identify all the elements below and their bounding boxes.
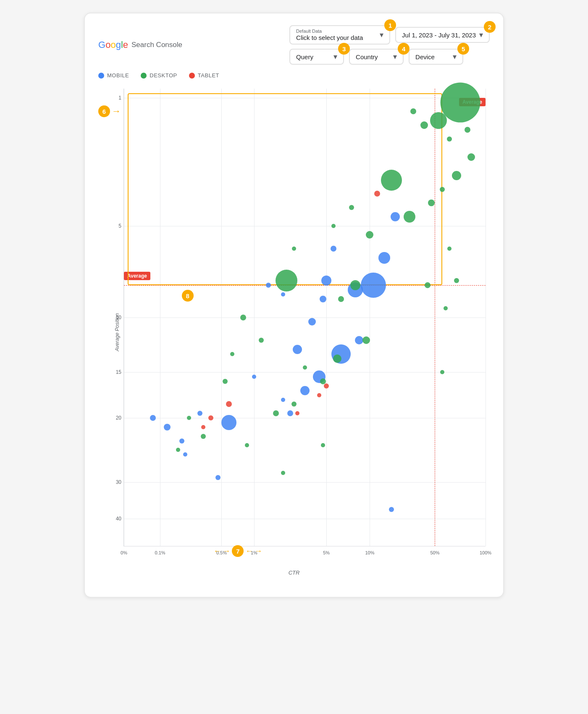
bubble-d28 xyxy=(176,448,180,452)
ytick-20: 20 xyxy=(106,415,121,421)
bubble-m26 xyxy=(389,507,394,512)
ytick-10: 10 xyxy=(106,315,121,320)
bubble-m5 xyxy=(331,246,336,252)
badge-6-arrow: → xyxy=(112,106,121,117)
bubble-d40 xyxy=(292,247,296,251)
bubble-m8 xyxy=(355,336,363,344)
bubble-d10 xyxy=(428,200,435,206)
bubble-d1 xyxy=(440,82,480,122)
bubble-d33 xyxy=(425,282,430,288)
badge-7-area: ← → 7 ← → xyxy=(213,545,262,557)
bubble-d5 xyxy=(447,136,452,142)
chart-container: 6 → Average Position 1 5 10 15 20 30 40 xyxy=(98,84,490,580)
avg-line-vertical xyxy=(435,89,435,546)
bubble-m23 xyxy=(308,318,316,326)
data-dropdown[interactable]: Default Data Click to select your data ▾ xyxy=(289,25,390,45)
gridv-5 xyxy=(326,89,327,546)
legend-desktop: DESKTOP xyxy=(141,72,177,79)
bubble-m22 xyxy=(281,292,285,297)
mobile-dot xyxy=(98,73,104,79)
bubble-d19 xyxy=(362,336,370,344)
bubble-d24 xyxy=(273,410,279,416)
bubble-d9 xyxy=(440,187,445,192)
bubble-d11 xyxy=(381,170,402,191)
bubble-m10 xyxy=(300,386,310,395)
bubble-d18 xyxy=(338,296,344,302)
bubble-t4 xyxy=(208,415,213,420)
badge-4: 4 xyxy=(398,43,410,55)
ytick-30: 30 xyxy=(106,479,121,485)
bubble-d14 xyxy=(349,205,354,210)
ytick-1: 1 xyxy=(106,95,121,101)
badge-1: 1 xyxy=(384,19,396,31)
bubble-t2 xyxy=(324,383,329,388)
bubble-m3 xyxy=(378,252,390,264)
badge-6: 6 xyxy=(98,105,110,117)
bubble-m15 xyxy=(164,424,171,430)
bubble-m6 xyxy=(321,276,331,286)
query-dropdown[interactable]: Query ▾ xyxy=(289,49,344,65)
legend-row: MOBILE DESKTOP TABLET xyxy=(98,72,490,79)
bubble-d13 xyxy=(366,231,373,239)
legend-mobile: MOBILE xyxy=(98,72,129,79)
bubble-d32 xyxy=(223,379,228,384)
data-value: Click to select your data xyxy=(296,34,363,41)
bubble-d35 xyxy=(454,278,459,283)
badge-8: 8 xyxy=(182,290,194,302)
arrow-right2-icon: ← xyxy=(245,547,253,556)
tablet-label: TABLET xyxy=(198,72,219,79)
bubble-m14 xyxy=(197,411,202,416)
device-arrow-icon: ▾ xyxy=(453,52,457,61)
bubble-m4 xyxy=(391,212,400,221)
gridh-10 xyxy=(124,318,486,318)
bubble-d25 xyxy=(245,443,249,447)
device-value: Device xyxy=(415,53,435,60)
data-arrow-icon: ▾ xyxy=(380,30,383,39)
bubble-m1 xyxy=(361,273,386,298)
gridh-5 xyxy=(124,226,486,226)
gridh-30 xyxy=(124,482,486,483)
bubble-d26 xyxy=(201,434,206,439)
date-dropdown[interactable]: Jul 1, 2023 - July 31, 2023 ▾ xyxy=(395,27,490,43)
bubble-d22 xyxy=(303,365,307,370)
country-dropdown[interactable]: Country ▾ xyxy=(349,49,404,65)
bubble-d6 xyxy=(465,127,470,133)
bubble-m21 xyxy=(266,283,271,288)
bubble-d8 xyxy=(452,171,461,180)
bubble-d37 xyxy=(440,370,444,374)
date-arrow-icon: ▾ xyxy=(479,30,483,39)
dropdown-row-1: 1 Default Data Click to select your data… xyxy=(289,25,490,45)
bubble-d4 xyxy=(420,121,428,129)
gridh-1 xyxy=(124,98,486,98)
bubble-m25 xyxy=(293,345,302,354)
gridv-0 xyxy=(124,89,124,546)
bubble-d31 xyxy=(230,352,234,356)
bubble-m19 xyxy=(215,475,220,480)
bubble-d2 xyxy=(430,112,447,129)
bubble-m17 xyxy=(179,438,184,444)
mobile-label: MOBILE xyxy=(107,72,129,79)
gridh-15 xyxy=(124,372,486,373)
bubble-t7 xyxy=(295,411,299,415)
header-dropdowns: 1 Default Data Click to select your data… xyxy=(289,25,490,65)
xtick-0: 0% xyxy=(121,550,127,555)
bubble-m16 xyxy=(150,415,156,421)
desktop-dot xyxy=(141,73,147,79)
device-dropdown[interactable]: Device ▾ xyxy=(409,49,463,65)
gridh-40 xyxy=(124,519,486,519)
gridv-10 xyxy=(370,89,370,546)
ytick-15: 15 xyxy=(106,369,121,375)
badge-5: 5 xyxy=(457,43,469,55)
bubble-m12 xyxy=(281,398,285,402)
badge-2: 2 xyxy=(484,21,496,33)
desktop-label: DESKTOP xyxy=(150,72,177,79)
bubble-d16 xyxy=(276,270,297,291)
xtick-10: 10% xyxy=(365,550,374,555)
badge-3: 3 xyxy=(338,43,350,55)
bubble-m13 xyxy=(221,415,236,430)
query-arrow-icon: ▾ xyxy=(333,52,337,61)
bubble-d12 xyxy=(404,211,415,223)
date-value: Jul 1, 2023 - July 31, 2023 xyxy=(402,32,476,39)
logo-google: Google xyxy=(98,39,128,50)
bubble-d23 xyxy=(291,402,297,407)
